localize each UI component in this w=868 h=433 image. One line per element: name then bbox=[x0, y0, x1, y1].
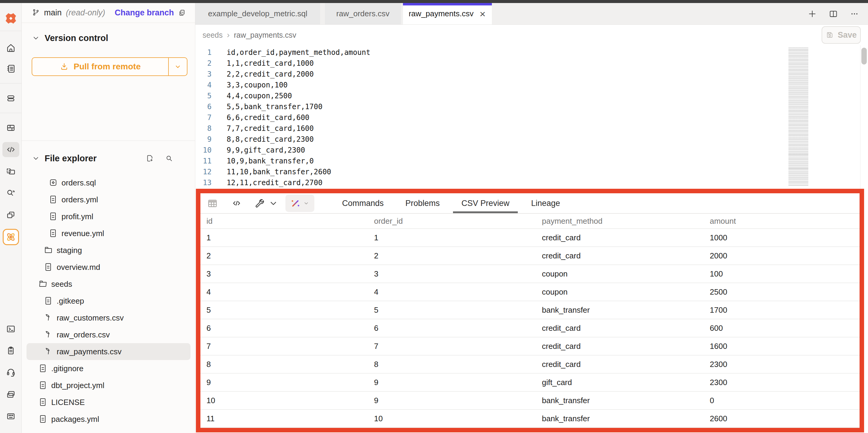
chevron-down-icon bbox=[32, 154, 40, 162]
clipboard-icon[interactable] bbox=[2, 343, 19, 358]
pull-options-dropdown[interactable] bbox=[169, 58, 187, 76]
file-tree-item[interactable]: raw_customers.csv bbox=[27, 309, 190, 326]
home-icon[interactable] bbox=[2, 40, 19, 55]
tab-raw-orders[interactable]: raw_orders.csv bbox=[325, 3, 401, 24]
dashboard-icon[interactable] bbox=[2, 120, 19, 135]
more-options-icon[interactable] bbox=[850, 9, 859, 19]
dbt-copilot-atom-icon[interactable] bbox=[3, 229, 19, 245]
terminal-icon[interactable] bbox=[2, 321, 19, 337]
code-line[interactable]: 10 9,9,gift_card,2300 bbox=[195, 145, 788, 155]
file-tree-item[interactable]: raw_orders.csv bbox=[27, 326, 190, 343]
code-line[interactable]: 13 12,11,credit_card,2700 bbox=[195, 177, 788, 188]
cell-amount: 2700 bbox=[706, 432, 860, 433]
cards-icon[interactable] bbox=[2, 387, 19, 402]
file-tree-item[interactable]: orders.yml bbox=[27, 191, 190, 208]
tab-lineage[interactable]: Lineage bbox=[520, 193, 571, 213]
file-tree-item[interactable]: packages.yml bbox=[27, 411, 190, 428]
line-text: 8,8,credit_card,2300 bbox=[218, 134, 314, 145]
save-button[interactable]: Save bbox=[822, 26, 861, 44]
file-tree-item[interactable]: staging bbox=[27, 242, 190, 259]
editor-minimap[interactable] bbox=[788, 48, 808, 186]
develop-code-icon[interactable] bbox=[2, 142, 19, 157]
file-name: orders.sql bbox=[61, 178, 96, 187]
file-type-icon bbox=[49, 178, 58, 188]
line-number: 5 bbox=[195, 90, 218, 101]
split-editor-icon[interactable] bbox=[829, 9, 838, 19]
dbt-logo-icon bbox=[4, 11, 18, 25]
code-lines[interactable]: 1 id,order_id,payment_method,amount 2 1,… bbox=[195, 47, 788, 188]
code-line[interactable]: 4 3,3,coupon,100 bbox=[195, 80, 788, 90]
code-line[interactable]: 11 10,9,bank_transfer,0 bbox=[195, 155, 788, 167]
code-line[interactable]: 2 1,1,credit_card,1000 bbox=[195, 58, 788, 69]
file-tree-item[interactable]: dbt_project.yml bbox=[27, 377, 190, 394]
code-line[interactable]: 7 6,6,credit_card,600 bbox=[195, 112, 788, 123]
close-icon[interactable]: × bbox=[479, 9, 486, 19]
scrollbar-thumb[interactable] bbox=[861, 48, 867, 64]
cell-id: 11 bbox=[202, 414, 370, 423]
code-line[interactable]: 6 5,5,bank_transfer,1700 bbox=[195, 101, 788, 112]
table-view-icon[interactable] bbox=[207, 198, 218, 209]
file-type-icon bbox=[44, 313, 53, 323]
magic-wand-ai-button[interactable] bbox=[285, 195, 314, 212]
cell-order-id: 1 bbox=[370, 233, 538, 242]
explore-search-icon[interactable] bbox=[2, 185, 19, 200]
line-number: 2 bbox=[195, 58, 218, 69]
search-icon[interactable] bbox=[165, 154, 173, 162]
code-line[interactable]: 9 8,8,credit_card,2300 bbox=[195, 134, 788, 145]
pull-from-remote-split-button: Pull from remote bbox=[32, 57, 187, 76]
file-tree-item[interactable]: raw_payments.csv bbox=[27, 343, 190, 360]
tab-commands[interactable]: Commands bbox=[331, 193, 395, 213]
code-editor[interactable]: 1 id,order_id,payment_method,amount 2 1,… bbox=[195, 45, 868, 189]
file-tree-item[interactable]: seeds bbox=[27, 276, 190, 292]
build-wrench-icon[interactable] bbox=[254, 198, 279, 209]
file-explorer-header[interactable]: File explorer bbox=[22, 152, 195, 164]
pull-from-remote-button[interactable]: Pull from remote bbox=[32, 58, 168, 76]
cell-id: 8 bbox=[202, 360, 370, 369]
cell-amount: 600 bbox=[706, 323, 860, 333]
code-line[interactable]: 3 2,2,credit_card,2000 bbox=[195, 69, 788, 80]
code-line[interactable]: 12 11,10,bank_transfer,2600 bbox=[195, 167, 788, 177]
file-type-icon bbox=[49, 228, 58, 238]
new-file-icon[interactable] bbox=[146, 154, 154, 162]
file-tree-item[interactable]: revenue.yml bbox=[27, 225, 190, 242]
cell-id: 3 bbox=[202, 269, 370, 279]
file-name: overview.md bbox=[57, 263, 100, 272]
line-number: 4 bbox=[195, 80, 218, 90]
file-name: .gitkeep bbox=[57, 296, 84, 306]
file-tree-item[interactable]: .gitkeep bbox=[27, 292, 190, 309]
file-explorer-title: File explorer bbox=[44, 153, 96, 164]
notebook-icon[interactable] bbox=[2, 61, 19, 76]
file-tree-item[interactable]: orders.sql bbox=[27, 174, 190, 191]
code-line[interactable]: 8 7,7,credit_card,1600 bbox=[195, 123, 788, 134]
code-line[interactable]: 5 4,4,coupon,2500 bbox=[195, 90, 788, 101]
change-branch-link[interactable]: Change branch bbox=[115, 8, 174, 18]
line-number: 10 bbox=[195, 145, 218, 155]
file-path-bar: seeds › raw_payments.csv Save bbox=[195, 25, 868, 45]
main-area: example_develop_metric.sql raw_orders.cs… bbox=[195, 3, 868, 433]
tab-raw-payments-active[interactable]: raw_payments.csv × bbox=[403, 3, 492, 24]
support-headset-icon[interactable] bbox=[2, 365, 19, 380]
tab-example-develop-metric[interactable]: example_develop_metric.sql bbox=[195, 3, 320, 24]
cell-order-id: 9 bbox=[370, 396, 538, 405]
tab-csv-preview[interactable]: CSV Preview bbox=[451, 193, 520, 213]
stack-icon[interactable] bbox=[2, 90, 19, 106]
code-line[interactable]: 1 id,order_id,payment_method,amount bbox=[195, 47, 788, 58]
cell-payment-method: bank_transfer bbox=[538, 396, 706, 405]
canvas-icon[interactable] bbox=[2, 164, 19, 179]
new-tab-plus-icon[interactable] bbox=[808, 9, 817, 19]
version-control-header[interactable]: Version control bbox=[22, 32, 195, 44]
code-view-icon[interactable] bbox=[231, 198, 242, 209]
breadcrumb-separator: › bbox=[227, 30, 230, 40]
file-tree-item[interactable]: overview.md bbox=[27, 259, 190, 276]
windows-icon[interactable] bbox=[2, 207, 19, 223]
file-tree-item[interactable]: LICENSE bbox=[27, 394, 190, 411]
tab-problems[interactable]: Problems bbox=[395, 193, 451, 213]
cell-payment-method: gift_card bbox=[538, 378, 706, 387]
line-number: 8 bbox=[195, 123, 218, 134]
file-tree-item[interactable]: profit.yml bbox=[27, 208, 190, 225]
line-number: 3 bbox=[195, 69, 218, 80]
file-tree-item[interactable]: .gitignore bbox=[27, 360, 190, 377]
breadcrumb: seeds › raw_payments.csv bbox=[203, 30, 296, 40]
copy-icon[interactable] bbox=[178, 9, 186, 17]
keypad-icon[interactable] bbox=[2, 409, 19, 424]
